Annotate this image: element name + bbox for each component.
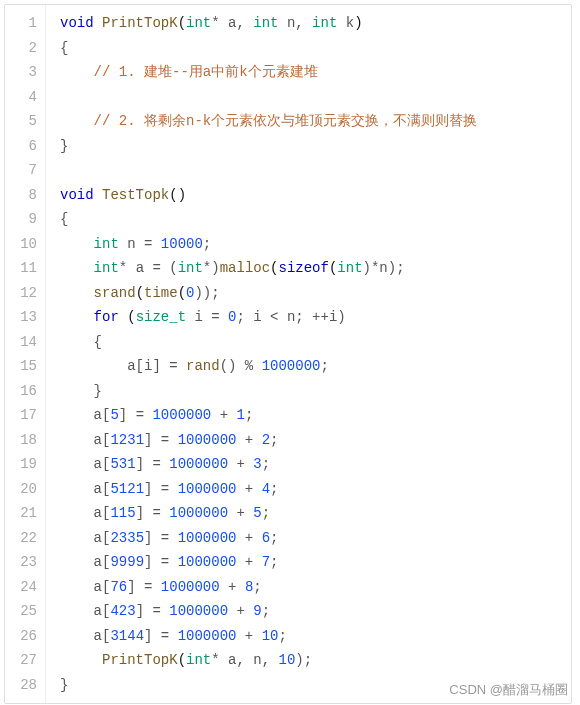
line-number-gutter: 1234567891011121314151617181920212223242… bbox=[5, 5, 46, 703]
code-token: int bbox=[94, 260, 119, 276]
code-token: ; bbox=[320, 358, 328, 374]
line-number: 13 bbox=[11, 305, 37, 330]
code-token: } bbox=[60, 677, 68, 693]
code-token: ; bbox=[270, 530, 278, 546]
code-token: { bbox=[60, 40, 68, 56]
code-token: k bbox=[337, 15, 354, 31]
code-token: 1000000 bbox=[262, 358, 321, 374]
code-token: 423 bbox=[110, 603, 135, 619]
code-token: * a, n, bbox=[211, 652, 278, 668]
line-number: 20 bbox=[11, 477, 37, 502]
line-number: 27 bbox=[11, 648, 37, 673]
line-number: 9 bbox=[11, 207, 37, 232]
code-token bbox=[60, 236, 94, 252]
line-number: 24 bbox=[11, 575, 37, 600]
code-token: + bbox=[228, 603, 253, 619]
code-line: } bbox=[60, 134, 561, 159]
code-token: * a, bbox=[211, 15, 253, 31]
code-token: + bbox=[236, 530, 261, 546]
code-token: + bbox=[211, 407, 236, 423]
code-token: 1231 bbox=[110, 432, 144, 448]
code-line: a[423] = 1000000 + 9; bbox=[60, 599, 561, 624]
code-token: a[ bbox=[60, 481, 110, 497]
code-token: ; i < n; ++i) bbox=[236, 309, 345, 325]
code-line: a[1231] = 1000000 + 2; bbox=[60, 428, 561, 453]
watermark-text: CSDN @醋溜马桶圈 bbox=[449, 681, 568, 699]
code-block: 1234567891011121314151617181920212223242… bbox=[4, 4, 572, 704]
code-token: 1000000 bbox=[178, 481, 237, 497]
code-token: time bbox=[144, 285, 178, 301]
code-token: ; bbox=[270, 432, 278, 448]
code-line: for (size_t i = 0; i < n; ++i) bbox=[60, 305, 561, 330]
code-token: TestTopk bbox=[102, 187, 169, 203]
code-token: + bbox=[236, 628, 261, 644]
code-token: ] = bbox=[119, 407, 153, 423]
code-token: ] = bbox=[144, 530, 178, 546]
code-token: 4 bbox=[262, 481, 270, 497]
code-line: // 1. 建堆--用a中前k个元素建堆 bbox=[60, 60, 561, 85]
code-token: a[ bbox=[60, 530, 110, 546]
code-token: int bbox=[253, 15, 278, 31]
code-token: 1000000 bbox=[178, 432, 237, 448]
code-token: 115 bbox=[110, 505, 135, 521]
code-line: { bbox=[60, 330, 561, 355]
code-token: 3 bbox=[253, 456, 261, 472]
code-token: ; bbox=[253, 579, 261, 595]
code-token: } bbox=[60, 383, 102, 399]
code-token: a[ bbox=[60, 456, 110, 472]
code-token: 5121 bbox=[110, 481, 144, 497]
code-token: sizeof bbox=[279, 260, 329, 276]
code-token: size_t bbox=[136, 309, 186, 325]
code-token bbox=[60, 285, 94, 301]
code-token: ( bbox=[270, 260, 278, 276]
code-line: void PrintTopK(int* a, int n, int k) bbox=[60, 11, 561, 36]
code-token: srand bbox=[94, 285, 136, 301]
line-number: 12 bbox=[11, 281, 37, 306]
code-token: a[ bbox=[60, 407, 110, 423]
code-token: () % bbox=[220, 358, 262, 374]
code-token: 1000000 bbox=[152, 407, 211, 423]
code-line: int* a = (int*)malloc(sizeof(int)*n); bbox=[60, 256, 561, 281]
line-number: 18 bbox=[11, 428, 37, 453]
code-token: ] = bbox=[127, 579, 161, 595]
code-token: malloc bbox=[220, 260, 270, 276]
code-line: { bbox=[60, 207, 561, 232]
code-token: 1000000 bbox=[169, 603, 228, 619]
code-line: { bbox=[60, 36, 561, 61]
code-token: 1000000 bbox=[178, 628, 237, 644]
code-token: 1000000 bbox=[178, 530, 237, 546]
code-token: ] = bbox=[144, 554, 178, 570]
code-token: 10 bbox=[262, 628, 279, 644]
code-line: a[i] = rand() % 1000000; bbox=[60, 354, 561, 379]
line-number: 8 bbox=[11, 183, 37, 208]
code-token: int bbox=[186, 15, 211, 31]
line-number: 1 bbox=[11, 11, 37, 36]
code-token: + bbox=[236, 554, 261, 570]
code-token: ( bbox=[178, 285, 186, 301]
code-token: int bbox=[178, 260, 203, 276]
code-line: a[5] = 1000000 + 1; bbox=[60, 403, 561, 428]
code-token: ; bbox=[262, 456, 270, 472]
line-number: 16 bbox=[11, 379, 37, 404]
line-number: 23 bbox=[11, 550, 37, 575]
code-token: ; bbox=[245, 407, 253, 423]
code-token: a[ bbox=[60, 579, 110, 595]
line-number: 25 bbox=[11, 599, 37, 624]
code-line bbox=[60, 158, 561, 183]
code-token: PrintTopK bbox=[102, 15, 178, 31]
code-token: ] = bbox=[144, 628, 178, 644]
code-token: a[ bbox=[60, 628, 110, 644]
code-line: PrintTopK(int* a, n, 10); bbox=[60, 648, 561, 673]
code-token: 10 bbox=[278, 652, 295, 668]
code-token: a[ bbox=[60, 603, 110, 619]
code-token: ; bbox=[278, 628, 286, 644]
code-line: a[3144] = 1000000 + 10; bbox=[60, 624, 561, 649]
code-token: void bbox=[60, 187, 102, 203]
code-token: PrintTopK bbox=[102, 652, 178, 668]
code-token: )*n); bbox=[363, 260, 405, 276]
code-line: srand(time(0)); bbox=[60, 281, 561, 306]
code-token: ( bbox=[136, 285, 144, 301]
code-token: int bbox=[186, 652, 211, 668]
line-number: 26 bbox=[11, 624, 37, 649]
code-token: 1000000 bbox=[178, 554, 237, 570]
